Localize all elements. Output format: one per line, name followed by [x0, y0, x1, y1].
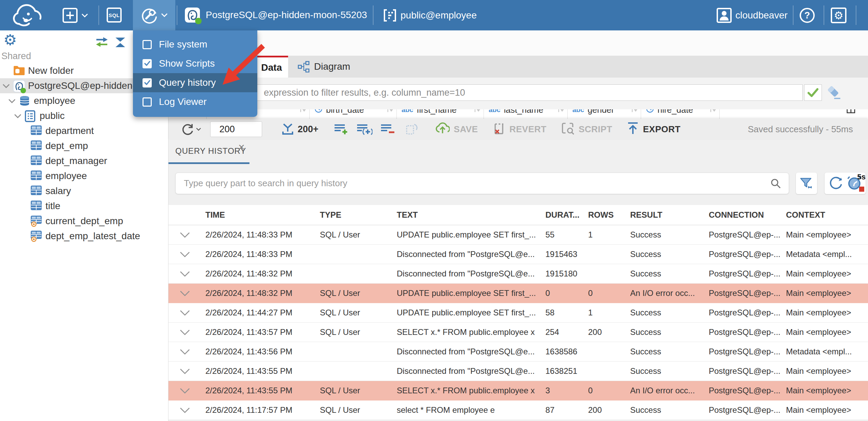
query-history-row[interactable]: 2/26/2024, 11:48:33 PMSQL / UserUPDATE p…	[168, 225, 868, 245]
cell-rows: 1	[588, 225, 627, 244]
tree-item-salary[interactable]: salary	[0, 184, 168, 199]
checkbox-icon[interactable]	[143, 59, 152, 68]
query-history-row[interactable]: 2/26/2024, 11:44:27 PMSQL / UserUPDATE p…	[168, 303, 868, 323]
cloudbeaver-logo[interactable]	[9, 3, 44, 27]
query-history-search-input[interactable]	[175, 173, 789, 194]
query-history-row[interactable]: 2/26/2024, 11:43:57 PMSQL / UserSELECT x…	[168, 323, 868, 342]
sort-icon[interactable]	[474, 109, 484, 114]
fetch-more-button[interactable]: 200+	[281, 123, 318, 135]
sort-icon[interactable]	[387, 109, 396, 114]
refresh-button[interactable]	[181, 122, 201, 136]
sync-connection-button[interactable]	[95, 37, 109, 49]
settings-button[interactable]: ⚙	[830, 7, 847, 24]
tab-query-history[interactable]: QUERY HISTORY ×	[168, 139, 249, 164]
chevron-down-icon[interactable]	[8, 98, 16, 105]
checkbox-icon[interactable]	[143, 78, 152, 87]
column-header-context[interactable]: CONTEXT	[786, 205, 866, 225]
close-icon[interactable]: ×	[238, 141, 245, 152]
query-history-row[interactable]: 2/26/2024, 11:48:32 PMDisconnected from …	[168, 264, 868, 284]
divider	[98, 5, 99, 25]
sort-icon[interactable]	[558, 109, 567, 114]
chevron-down-icon[interactable]	[179, 232, 190, 239]
duplicate-row-button[interactable]	[404, 122, 418, 136]
grid-column-header[interactable]: abclast_name	[484, 109, 568, 119]
tab-diagram[interactable]: Diagram	[289, 56, 359, 78]
new-connection-button[interactable]	[62, 8, 88, 23]
column-header-text[interactable]: TEXT	[397, 205, 542, 225]
connection-selector[interactable]: PostgreSQL@ep-hidden-moon-55203	[185, 7, 367, 23]
cell-connection: PostgreSQL@ep-...	[709, 400, 783, 420]
grid-column-header[interactable]: birth_date	[310, 109, 397, 119]
tree-item-dept-emp-latest-date[interactable]: dept_emp_latest_date	[0, 229, 168, 244]
user-menu[interactable]: cloudbeaver	[716, 8, 788, 23]
chevron-down-icon[interactable]	[179, 290, 190, 298]
tree-item-title[interactable]: title	[0, 199, 168, 214]
chevron-down-icon[interactable]	[179, 349, 190, 356]
schema-selector[interactable]: public@employee	[383, 8, 477, 23]
tree-item-dept-manager[interactable]: dept_manager	[0, 153, 168, 168]
checkbox-icon[interactable]	[143, 97, 152, 107]
columns-icon[interactable]	[846, 109, 856, 116]
sort-icon[interactable]	[710, 109, 719, 114]
auto-refresh-button[interactable]: 5s	[846, 174, 864, 193]
svg-text:⚙: ⚙	[834, 9, 843, 22]
query-history-row[interactable]: 2/26/2024, 11:17:57 PMSQL / Userselect *…	[168, 400, 868, 420]
query-history-row[interactable]: 2/26/2024, 11:48:33 PMDisconnected from …	[168, 245, 868, 264]
tree-item-current-dept-emp[interactable]: current_dept_emp	[0, 214, 168, 229]
sort-icon[interactable]	[631, 109, 641, 114]
save-button[interactable]: SAVE	[435, 122, 478, 137]
chevron-down-icon[interactable]	[179, 407, 190, 415]
tree-item-department[interactable]: department	[0, 123, 168, 138]
tree-item-dept-emp[interactable]: dept_emp	[0, 138, 168, 153]
query-history-row[interactable]: 2/26/2024, 11:43:55 PMDisconnected from …	[168, 362, 868, 381]
checkbox-icon[interactable]	[143, 40, 152, 49]
script-button[interactable]: SCRIPT	[561, 121, 612, 137]
chevron-down-icon[interactable]	[179, 368, 190, 376]
chevron-down-icon[interactable]	[2, 83, 10, 90]
history-refresh-button[interactable]	[828, 175, 844, 192]
sort-icon[interactable]	[300, 109, 309, 114]
chevron-down-icon[interactable]	[179, 271, 190, 278]
sql-editor-button[interactable]: SQL	[107, 8, 122, 23]
column-header-result[interactable]: RESULT	[630, 205, 705, 225]
add-multiple-rows-button[interactable]	[356, 122, 372, 136]
sidebar-settings-button[interactable]: ⚙	[3, 32, 17, 47]
chevron-down-icon[interactable]	[179, 310, 190, 317]
chevron-down-icon[interactable]	[179, 388, 190, 395]
column-header-rows[interactable]: ROWS	[588, 205, 627, 225]
history-filter-button[interactable]	[796, 173, 817, 194]
tree-item-label: employee	[45, 171, 87, 181]
chevron-down-icon[interactable]	[14, 113, 22, 120]
menu-item-show-scripts[interactable]: Show Scripts	[133, 54, 257, 73]
delete-row-button[interactable]	[380, 122, 395, 136]
query-history-row[interactable]: 2/26/2024, 11:48:32 PMSQL / UserUPDATE p…	[168, 284, 868, 303]
grid-column-header[interactable]: abcgender	[568, 109, 641, 119]
revert-button[interactable]: REVERT	[492, 121, 546, 137]
query-history-row[interactable]: 2/26/2024, 11:43:56 PMDisconnected from …	[168, 342, 868, 362]
add-row-button[interactable]	[334, 122, 349, 136]
chevron-down-icon[interactable]	[179, 252, 190, 259]
table-icon	[30, 170, 43, 182]
export-button[interactable]: EXPORT	[627, 121, 681, 137]
grid-column-header[interactable]: abcfirst_name	[397, 109, 484, 119]
menu-item-file-system[interactable]: File system	[133, 35, 257, 54]
query-history-row[interactable]: 2/26/2024, 11:43:55 PMSQL / UserSELECT x…	[168, 381, 868, 400]
chevron-down-icon[interactable]	[179, 329, 190, 337]
help-button[interactable]: ?	[799, 7, 815, 24]
row-limit-input[interactable]	[210, 121, 262, 137]
tree-item-employee[interactable]: employee	[0, 168, 168, 184]
menu-item-query-history[interactable]: Query history	[133, 73, 257, 92]
apply-filter-button[interactable]	[804, 84, 822, 101]
column-header-time[interactable]: TIME	[205, 205, 315, 225]
cell-result: An I/O error occ...	[630, 381, 705, 400]
column-header-connection[interactable]: CONNECTION	[709, 205, 783, 225]
menu-item-log-viewer[interactable]: Log Viewer	[133, 92, 257, 111]
clear-filter-button[interactable]	[827, 86, 842, 101]
tools-menu-button[interactable]	[133, 0, 175, 30]
collapse-all-button[interactable]	[114, 37, 126, 50]
grid-column-header[interactable]: hire_date	[641, 109, 720, 119]
column-header-durat[interactable]: DURAT...	[545, 205, 585, 225]
diagram-icon	[298, 61, 310, 72]
filter-expression-input[interactable]	[175, 84, 803, 101]
column-header-type[interactable]: TYPE	[320, 205, 393, 225]
